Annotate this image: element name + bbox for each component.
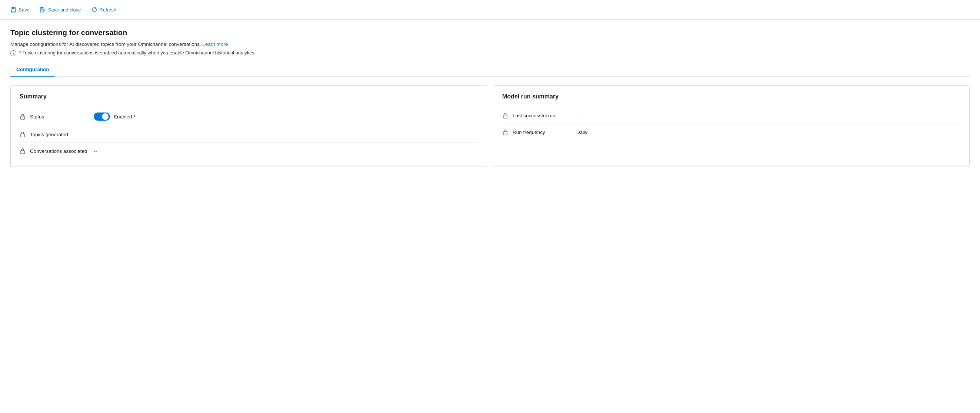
run-frequency-lock-icon — [502, 129, 508, 135]
conversations-field-row: Conversations associated -- — [20, 143, 478, 159]
svg-rect-8 — [21, 151, 24, 154]
svg-rect-5 — [41, 10, 43, 11]
run-frequency-field-row: Run frequency Daily — [502, 124, 960, 140]
info-icon: i — [10, 50, 16, 56]
description-text: Manage configurations for AI discovered … — [10, 41, 201, 47]
svg-rect-7 — [21, 134, 24, 137]
last-run-field-row: Last successful run -- — [502, 107, 960, 124]
last-run-lock-icon — [502, 113, 508, 118]
page-title: Topic clustering for conversation — [10, 29, 970, 37]
last-run-label: Last successful run — [512, 113, 572, 118]
status-toggle-container: Enabled * — [94, 113, 135, 121]
topics-lock-icon — [20, 131, 25, 137]
info-note: i * Topic clustering for conversations i… — [10, 50, 970, 56]
model-run-card-title: Model run summary — [502, 93, 960, 100]
toolbar: Save Save and close Refresh — [0, 0, 980, 20]
conversations-lock-icon — [20, 148, 25, 154]
info-note-text: * Topic clustering for conversations is … — [19, 50, 256, 56]
save-close-icon — [40, 7, 46, 13]
refresh-button[interactable]: Refresh — [87, 5, 121, 15]
conversations-associated-value: -- — [94, 148, 97, 154]
svg-rect-2 — [11, 10, 15, 12]
refresh-label: Refresh — [100, 7, 117, 13]
save-icon — [10, 7, 16, 13]
topics-generated-field-row: Topics generated -- — [20, 126, 478, 143]
status-toggle-label: Enabled * — [114, 114, 135, 119]
svg-rect-10 — [503, 132, 507, 135]
topics-generated-value: -- — [94, 132, 97, 137]
save-close-label: Save and close — [48, 7, 81, 13]
tab-configuration[interactable]: Configuration — [10, 64, 55, 76]
run-frequency-value: Daily — [576, 130, 587, 135]
page-description: Manage configurations for AI discovered … — [10, 41, 970, 47]
svg-rect-9 — [503, 115, 507, 118]
model-run-card: Model run summary Last successful run -- — [493, 86, 970, 167]
status-lock-icon — [20, 114, 25, 119]
status-toggle[interactable] — [94, 113, 110, 121]
refresh-icon — [91, 7, 97, 13]
cards-row: Summary Status Enabled * — [10, 86, 970, 167]
conversations-associated-label: Conversations associated — [30, 148, 89, 154]
save-label: Save — [19, 7, 30, 13]
main-content: Topic clustering for conversation Manage… — [0, 20, 980, 176]
summary-card: Summary Status Enabled * — [10, 86, 487, 167]
tab-configuration-label: Configuration — [16, 67, 49, 72]
status-field-row: Status Enabled * — [20, 107, 478, 126]
save-button[interactable]: Save — [6, 5, 34, 15]
save-close-button[interactable]: Save and close — [35, 5, 86, 15]
summary-card-title: Summary — [20, 93, 478, 100]
learn-more-link[interactable]: Learn more — [203, 41, 228, 47]
status-label: Status — [30, 114, 89, 119]
svg-rect-4 — [41, 7, 43, 8]
last-run-value: -- — [576, 113, 580, 118]
svg-rect-6 — [21, 116, 24, 119]
tabs-container: Configuration — [10, 64, 970, 76]
svg-rect-1 — [12, 7, 14, 9]
topics-generated-label: Topics generated — [30, 132, 89, 137]
run-frequency-label: Run frequency — [512, 130, 572, 135]
